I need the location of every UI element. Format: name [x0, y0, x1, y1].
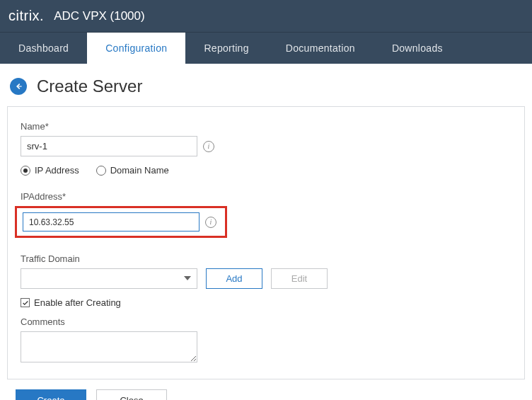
tab-documentation[interactable]: Documentation [267, 33, 374, 64]
enable-after-creating-checkbox[interactable] [21, 298, 30, 307]
name-label: Name [21, 121, 511, 132]
edit-button: Edit [271, 268, 328, 289]
info-icon[interactable]: i [203, 141, 214, 152]
tab-reporting[interactable]: Reporting [185, 33, 267, 64]
arrow-left-icon [13, 81, 23, 91]
back-button[interactable] [10, 78, 27, 95]
name-input[interactable] [21, 136, 197, 156]
page-title: Create Server [37, 76, 142, 96]
comments-label: Comments [21, 316, 511, 327]
brand-logo: citrix. [8, 8, 44, 24]
info-icon[interactable]: i [205, 217, 216, 228]
form-panel: Name i IP Address Domain Name IPAddress … [7, 106, 525, 379]
checkmark-icon [22, 299, 29, 307]
tab-downloads[interactable]: Downloads [374, 33, 461, 64]
radio-ip-label: IP Address [35, 165, 79, 176]
traffic-domain-select[interactable] [21, 268, 197, 289]
ip-highlight-box: i [15, 206, 227, 238]
app-header: citrix. ADC VPX (1000) [0, 0, 532, 32]
radio-ip-address[interactable]: IP Address [21, 165, 79, 176]
radio-domain-name[interactable]: Domain Name [96, 165, 169, 176]
tab-dashboard[interactable]: Dashboard [0, 33, 87, 64]
comments-textarea[interactable] [21, 331, 197, 362]
radio-icon [21, 166, 30, 176]
tab-configuration[interactable]: Configuration [87, 33, 185, 64]
radio-domain-label: Domain Name [110, 165, 169, 176]
footer-actions: Create Close [0, 379, 532, 400]
close-button[interactable]: Close [96, 389, 167, 400]
page-title-row: Create Server [0, 64, 532, 106]
create-button[interactable]: Create [16, 389, 86, 400]
enable-after-creating-label: Enable after Creating [34, 297, 121, 308]
add-button[interactable]: Add [206, 268, 262, 289]
ip-address-input[interactable] [23, 212, 200, 232]
radio-icon [96, 166, 106, 176]
product-name: ADC VPX (1000) [54, 9, 145, 23]
traffic-domain-label: Traffic Domain [21, 253, 511, 264]
address-mode-group: IP Address Domain Name [21, 165, 511, 176]
ip-label: IPAddress [21, 191, 511, 202]
main-nav: Dashboard Configuration Reporting Docume… [0, 32, 532, 64]
